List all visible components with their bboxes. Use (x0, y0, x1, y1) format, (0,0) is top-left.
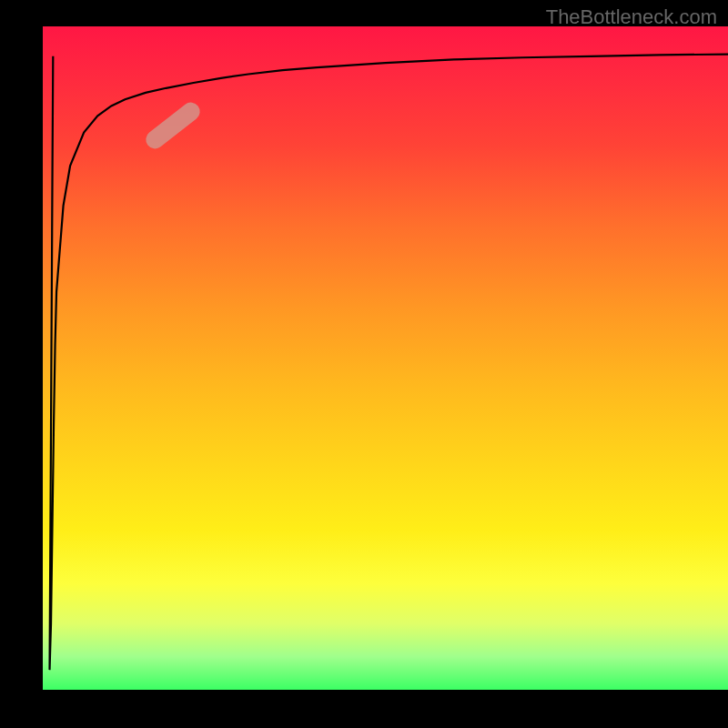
bottleneck-curve-svg (43, 26, 728, 690)
attribution-text: TheBottleneck.com (546, 5, 717, 29)
chart-plot-area (43, 26, 728, 690)
